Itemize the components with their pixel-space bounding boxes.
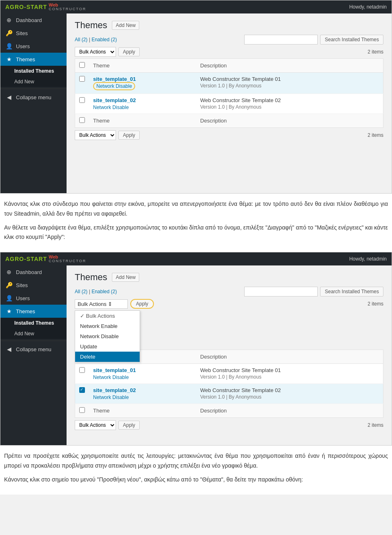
footer-check-1 [75,114,89,128]
filter-enabled-2[interactable]: Enabled (2) [91,289,117,294]
row2-1-name-cell: site_template_01 Network Disable [89,364,196,384]
sidebar-1: ⊕ Dashboard 🔑 Sites 👤 Users ★ Themes Ins… [0,13,67,193]
row2-desc-meta-1: Version 1.0 | By Anonymous [200,104,379,110]
sidebar-submenu-2: Installed Themes Add New [0,318,67,339]
collapse-icon-1: ◀ [5,94,13,100]
table-row-2-2: site_template_02 Network Disable Web Con… [75,384,383,404]
sidebar-add-new-2[interactable]: Add New [0,328,67,339]
sidebar-divider-2 [0,341,67,341]
search-button-2[interactable]: Search Installed Themes [320,287,383,296]
dm-delete-2[interactable]: Delete [75,352,140,362]
apply-button-bottom-1[interactable]: Apply [118,131,140,140]
row2-1-network-disable[interactable]: Network Disable [93,374,129,380]
filter-enabled-1[interactable]: Enabled (2) [91,37,117,42]
bulk-select-1[interactable]: Bulk Actions [75,47,116,57]
sidebar-add-new-1[interactable]: Add New [0,76,67,87]
bulk-select-bottom-2[interactable]: Bulk Actions [75,420,116,430]
row2-name-cell-1: site_template_02 Network Disable [89,94,196,114]
greeting-1: Howdy, netadmin [349,4,387,10]
sidebar-item-dashboard-2[interactable]: ⊕ Dashboard [0,265,67,279]
sidebar-item-users-1[interactable]: 👤 Users [0,40,67,53]
bulk-dropdown-menu-2: ✓ Bulk Actions Network Enable Network Di… [75,310,140,362]
bulk-dropdown-label-2: Bulk Actions [78,301,107,307]
row1-name-cell-1: site_template_01 Network Disable [89,73,196,94]
table-row-1: site_template_01 Network Disable Web Con… [75,73,383,94]
sidebar-divider-1 [0,89,67,89]
row2-2-check [75,384,89,404]
sidebar-item-users-2[interactable]: 👤 Users [0,292,67,305]
row1-checkbox-1[interactable] [79,76,85,82]
sidebar-item-sites-1[interactable]: 🔑 Sites [0,27,67,40]
search-button-1[interactable]: Search Installed Themes [320,35,383,45]
check-all-1[interactable] [79,62,85,68]
footer-checkall-1[interactable] [79,117,85,123]
dm-update-2[interactable]: Update [75,341,140,352]
search-bar-2: Search Installed Themes [244,287,383,296]
sidebar-collapse-1[interactable]: ◀ Collapse menu [0,91,67,104]
row1-theme-name-1[interactable]: site_template_01 [93,76,136,82]
item-count-top-2: 2 items [368,301,383,307]
search-input-2[interactable] [244,287,318,296]
row2-network-disable-1[interactable]: Network Disable [93,105,129,110]
filter-all-2[interactable]: All (2) [75,289,87,294]
col-check-1 [75,59,89,73]
row1-check-1 [75,73,89,94]
bulk-dropdown-trigger-2[interactable]: Bulk Actions ⇕ [75,299,128,309]
row2-check-1 [75,94,89,114]
logo-agro-2: AGRO-START [5,256,47,262]
row2-checkbox-1[interactable] [79,97,85,103]
row1-network-disable-highlighted-1[interactable]: Network Disable [93,82,135,90]
apply-button-bottom-2[interactable]: Apply [118,421,140,430]
row2-1-desc-meta: Version 1.0 | By Anonymous [200,374,379,380]
table-row-2: site_template_02 Network Disable Web Con… [75,94,383,114]
bulk-select-bottom-1[interactable]: Bulk Actions [75,130,116,140]
footer-theme-1: Theme [89,114,196,128]
item-count-bottom-1: 2 items [368,132,383,138]
col-theme-1: Theme [89,59,196,73]
bulk-dropdown-2: Bulk Actions ⇕ Apply ✓ Bulk Actions Netw… [75,299,154,309]
row2-2-theme-name[interactable]: site_template_02 [93,387,136,393]
screenshot-2: AGRO-START Web Constructor Howdy, netadm… [0,252,392,446]
users-icon-2: 👤 [5,295,13,301]
footer-checkall-2[interactable] [79,407,85,413]
row1-desc-1: Web Constructor Site Template 01 Version… [196,73,383,94]
dm-network-enable-2[interactable]: Network Enable [75,321,140,331]
filter-bar-1: All (2) | Enabled (2) Search Installed T… [75,35,383,45]
row2-2-name-cell: site_template_02 Network Disable [89,384,196,404]
sidebar-item-sites-2[interactable]: 🔑 Sites [0,279,67,292]
row2-1-checkbox[interactable] [79,367,85,373]
sidebar-installed-themes-2[interactable]: Installed Themes [0,318,67,328]
dm-network-disable-2[interactable]: Network Disable [75,331,140,341]
add-new-button-2[interactable]: Add New [112,273,139,282]
apply-button-highlighted-2[interactable]: Apply [130,299,154,309]
row2-1-check [75,364,89,384]
filter-all-1[interactable]: All (2) [75,37,87,42]
row2-1-theme-name[interactable]: site_template_01 [93,367,136,373]
logo-agro-1: AGRO-START [5,4,47,10]
sidebar-collapse-2[interactable]: ◀ Collapse menu [0,343,67,356]
sidebar-submenu-1: Installed Themes Add New [0,66,67,87]
item-count-top-1: 2 items [368,49,383,55]
layout-2: ⊕ Dashboard 🔑 Sites 👤 Users ★ Themes Ins… [0,265,392,445]
row2-desc-main-1: Web Constructor Site Template 02 [200,97,379,103]
sidebar-item-themes-1[interactable]: ★ Themes [0,53,67,66]
sidebar-installed-themes-1[interactable]: Installed Themes [0,66,67,76]
page-header-2: Themes Add New [75,272,383,283]
sidebar-item-themes-2[interactable]: ★ Themes [0,305,67,318]
col-desc-2: Description [196,350,383,364]
row2-theme-name-1[interactable]: site_template_02 [93,97,136,103]
add-new-button-1[interactable]: Add New [112,21,139,30]
page-title-2: Themes [75,272,107,283]
sidebar-label-sites-1: Sites [16,30,28,36]
sidebar-collapse-label-1: Collapse menu [16,94,51,100]
item-count-bottom-2: 2 items [368,422,383,428]
sidebar-item-dashboard-1[interactable]: ⊕ Dashboard [0,13,67,27]
row2-2-checkbox-checked[interactable] [79,387,85,393]
row2-2-network-disable[interactable]: Network Disable [93,395,129,400]
sites-icon-2: 🔑 [5,282,13,288]
apply-button-1[interactable]: Apply [118,47,140,56]
bulk-left-2: Bulk Actions ⇕ Apply ✓ Bulk Actions Netw… [75,299,154,309]
page-title-1: Themes [75,20,107,31]
dm-bulk-actions-2[interactable]: ✓ Bulk Actions [75,311,140,321]
search-input-1[interactable] [244,35,318,45]
